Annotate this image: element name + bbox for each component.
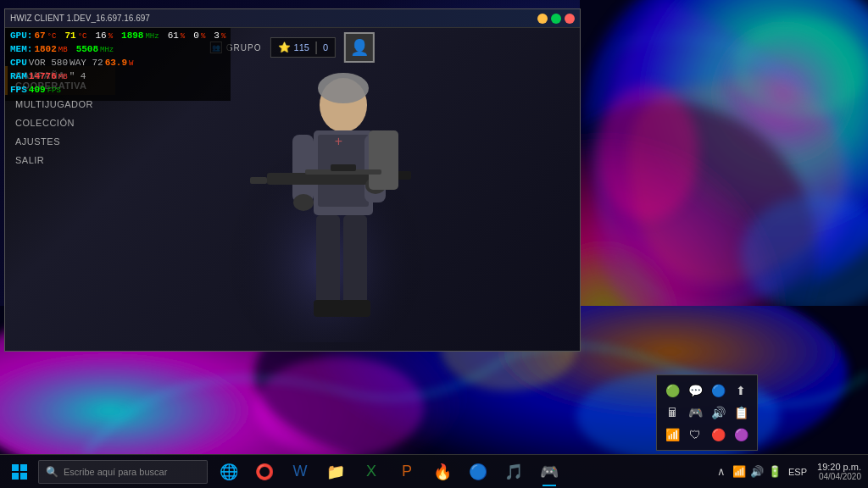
svg-rect-24 [314, 300, 343, 317]
svg-rect-17 [292, 135, 314, 202]
taskbar-search[interactable]: 🔍 Escribe aquí para buscar [38, 460, 208, 484]
svg-point-9 [254, 357, 424, 454]
svg-rect-22 [316, 215, 340, 308]
game-titlebar: HWIZ CLIENT 1.DEV_16.697.16.697 [5, 9, 580, 28]
hw-fps-row: FPS 409 FPS [10, 84, 225, 97]
svg-point-26 [293, 194, 314, 211]
firefox-icon: 🔥 [433, 463, 452, 481]
hw-gpu-row: GPU: 67°C 71°C 16% 1898MHz 61% 0% 3% [10, 30, 225, 43]
pinned-app-spotify[interactable]: 🎵 [497, 455, 531, 489]
svg-point-3 [732, 17, 868, 119]
clock-date: 04/04/2020 [817, 472, 861, 481]
systray-chevron[interactable]: ∧ [714, 464, 729, 480]
systray-volume[interactable]: 🔊 [749, 464, 765, 480]
explorer-icon: 📁 [326, 463, 345, 481]
start-button[interactable] [0, 455, 38, 489]
titlebar-controls [537, 14, 575, 24]
minimize-button[interactable] [537, 14, 548, 24]
svg-rect-30 [331, 164, 356, 171]
tray-icon-9[interactable]: 📶 [664, 426, 681, 443]
systray-battery[interactable]: 🔋 [767, 464, 782, 480]
edge-icon: 🌐 [220, 463, 238, 481]
pinned-app-edge[interactable]: 🌐 [212, 455, 246, 489]
pinned-app-firefox[interactable]: 🔥 [426, 455, 459, 489]
steam-icon: 🎮 [540, 463, 559, 481]
player-avatar: 👤 [344, 32, 375, 63]
svg-rect-20 [250, 177, 267, 184]
chrome-icon: 🔵 [469, 463, 487, 481]
pinned-app-steam[interactable]: 🎮 [532, 455, 566, 489]
game-window-title: HWIZ CLIENT 1.DEV_16.697.16.697 [10, 14, 150, 23]
hw-mem-row: MEM: 1802MB 5508MHz [10, 43, 225, 57]
hw-monitor-overlay: GPU: 67°C 71°C 16% 1898MHz 61% 0% 3% [5, 28, 231, 101]
pinned-app-excel[interactable]: X [354, 455, 388, 489]
swirl-svg-right [580, 0, 868, 352]
windows-logo-icon [12, 464, 27, 480]
game-window: HWIZ CLIENT 1.DEV_16.697.16.697 GPU: 67°… [4, 8, 581, 352]
menu-item-coleccion[interactable]: COLECCIÓN [5, 114, 115, 132]
tray-icon-10[interactable]: 🛡 [687, 426, 704, 443]
systray-network[interactable]: 📶 [732, 464, 747, 480]
hw-ram-row: RAM 14776MB " 4 [10, 70, 225, 84]
tray-icon-8[interactable]: 📋 [732, 404, 749, 421]
tray-icon-7[interactable]: 🔊 [709, 404, 726, 421]
system-clock[interactable]: 19:20 p.m. 04/04/2020 [813, 462, 861, 481]
wallpaper-swirl-right [580, 0, 868, 352]
game-crosshair [338, 141, 350, 152]
svg-point-4 [597, 85, 698, 220]
svg-point-14 [318, 73, 369, 103]
game-hud: 👥 GRUPO ⭐ 115 | 0 👤 [210, 32, 375, 63]
search-placeholder-text: Escribe aquí para buscar [64, 467, 167, 477]
currency-separator: | [314, 40, 318, 55]
currency-amount: 115 [294, 42, 309, 53]
tray-icon-6[interactable]: 🎮 [687, 404, 704, 421]
taskbar: 🔍 Escribe aquí para buscar 🌐 ⭕ W 📁 X P [0, 454, 868, 488]
tray-icon-12[interactable]: 🟣 [732, 426, 749, 443]
currency-icon: ⭐ [278, 42, 291, 53]
clock-time: 19:20 p.m. [817, 462, 861, 472]
language-indicator[interactable]: ESP [785, 467, 810, 477]
svg-rect-28 [369, 130, 398, 190]
group-label: GRUPO [226, 43, 262, 53]
opera-icon: ⭕ [255, 463, 274, 481]
hud-currency-area: ⭐ 115 | 0 [270, 37, 337, 58]
close-button[interactable] [565, 14, 575, 24]
pinned-app-pp[interactable]: P [390, 455, 424, 489]
pinned-app-opera[interactable]: ⭕ [248, 455, 281, 489]
currency2-amount: 0 [323, 42, 328, 53]
menu-item-salir[interactable]: SALIR [5, 151, 115, 169]
tray-icon-4[interactable]: ⬆ [732, 382, 749, 399]
maximize-button[interactable] [551, 14, 561, 24]
active-indicator [542, 485, 556, 486]
word-icon: W [293, 463, 308, 480]
svg-rect-23 [343, 215, 367, 308]
pinned-app-explorer[interactable]: 📁 [319, 455, 353, 489]
tray-icon-5[interactable]: 🖩 [664, 404, 681, 421]
spotify-icon: 🎵 [504, 463, 523, 481]
tray-icon-3[interactable]: 🔵 [709, 382, 726, 399]
tray-icon-1[interactable]: 🟢 [664, 382, 681, 399]
tray-icon-11[interactable]: 🔴 [709, 426, 726, 443]
svg-rect-19 [267, 173, 377, 185]
desktop: HWIZ CLIENT 1.DEV_16.697.16.697 GPU: 67°… [0, 0, 868, 488]
svg-rect-25 [341, 300, 370, 317]
excel-icon: X [366, 463, 376, 480]
avatar-icon: 👤 [350, 38, 369, 57]
systray-popup: 🟢 💬 🔵 ⬆ 🖩 🎮 🔊 📋 📶 🛡 🔴 🟣 [656, 374, 758, 451]
taskbar-right: ∧ 📶 🔊 🔋 ESP 19:20 p.m. 04/04/2020 [714, 462, 868, 481]
tray-icon-2[interactable]: 💬 [687, 382, 704, 399]
search-icon: 🔍 [46, 466, 58, 478]
taskbar-pinned-apps: 🌐 ⭕ W 📁 X P 🔥 🔵 🎵 [212, 455, 714, 489]
pinned-app-chrome[interactable]: 🔵 [461, 455, 495, 489]
pinned-app-word[interactable]: W [283, 455, 317, 489]
powerpoint-icon: P [402, 463, 412, 480]
hw-cpu-row: CPU VOR 580 WAY 72 63.9W [10, 57, 225, 70]
menu-item-ajustes[interactable]: AJUSTES [5, 132, 115, 151]
game-content: GPU: 67°C 71°C 16% 1898MHz 61% 0% 3% [5, 28, 580, 351]
